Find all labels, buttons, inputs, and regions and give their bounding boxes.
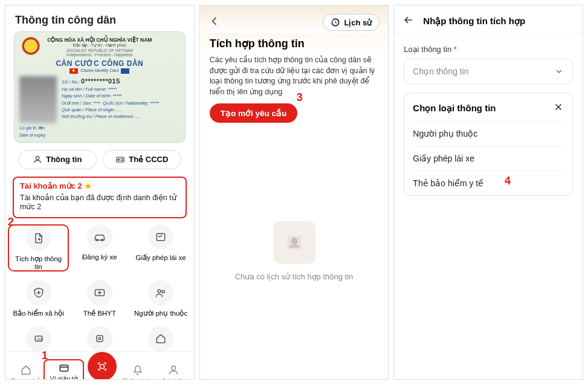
nav-home[interactable]: Trang chủ: [8, 364, 44, 380]
grid-item-extra-2[interactable]: [69, 326, 130, 351]
option-license[interactable]: Giấy phép lái xe: [413, 146, 564, 171]
page-title: Tích hợp thông tin: [200, 33, 389, 55]
page-title: Thông tin công dân: [5, 5, 194, 31]
chevron-down-icon: [554, 67, 564, 76]
info-tab[interactable]: Thông tin: [18, 150, 97, 169]
nav-wallet[interactable]: Ví giấy tờ: [44, 359, 84, 380]
page-description: Các yêu cầu tích hợp thông tin của công …: [200, 55, 389, 103]
users-icon: [148, 280, 173, 305]
id-photo: [19, 76, 57, 123]
svg-rect-5: [157, 233, 164, 241]
grid-item-register-vehicle[interactable]: Đăng ký xe: [69, 224, 130, 272]
nat-row: Quốc tịch / Nationality: *****: [103, 100, 159, 106]
user-icon: [33, 155, 42, 164]
back-button[interactable]: [208, 15, 221, 30]
svg-text:VND: VND: [36, 337, 43, 340]
id-number: 0********015: [81, 77, 120, 85]
history-icon: [331, 18, 340, 27]
page-title: Nhập thông tin tích hợp: [423, 16, 525, 27]
grid-item-extra-3[interactable]: [130, 326, 191, 351]
screen-citizen-info: Thông tin công dân CỘNG HÒA XÃ HỘI CHỦ N…: [5, 5, 195, 380]
expiry-label-en: Date of expiry: [19, 133, 57, 137]
select-placeholder: Chọn thông tin: [413, 67, 468, 76]
grid-item-social-insurance[interactable]: Bảo hiểm xã hội: [8, 280, 69, 317]
grid-item-extra-1[interactable]: VND: [8, 326, 69, 351]
required-mark: *: [454, 45, 457, 54]
res-row: Nơi thường trú / Place of residence: ...…: [62, 114, 141, 119]
option-health-card[interactable]: Thẻ bảo hiểm y tế 4: [413, 171, 564, 195]
vnd-icon: VND: [26, 326, 51, 351]
svg-point-2: [118, 158, 120, 160]
sex-row: Giới tính / Sex: ****: [62, 100, 100, 106]
svg-point-8: [162, 290, 164, 293]
screen-enter-info: Nhập thông tin tích hợp Loại thông tin *…: [393, 5, 583, 380]
card-plus-icon: [87, 280, 112, 305]
close-button[interactable]: [553, 102, 564, 115]
history-button[interactable]: Lịch sử: [323, 14, 380, 31]
svg-rect-11: [97, 336, 103, 342]
car-icon: [87, 224, 112, 250]
options-sheet: Chọn loại thông tin Người phụ thuộc Giấy…: [404, 93, 573, 196]
back-button[interactable]: [402, 14, 415, 28]
scan-icon: [88, 352, 117, 380]
grid-item-health-card[interactable]: Thẻ BHYT: [69, 280, 130, 317]
star-icon: ★: [85, 181, 92, 190]
svg-rect-13: [60, 365, 68, 371]
account-level-box: Tài khoản mức 2 ★ Tài khoản của bạn đã đ…: [13, 177, 187, 218]
shield-plus-icon: [26, 280, 51, 305]
svg-point-7: [158, 290, 161, 293]
nav-center[interactable]: [84, 356, 120, 380]
doc-plus-icon: [26, 226, 51, 251]
svg-point-18: [291, 238, 297, 243]
card-subtitle: Citizen Identity Card: [80, 68, 118, 73]
grid-item-integrate[interactable]: Tích hợp thông tin: [8, 224, 69, 272]
empty-illustration: [273, 221, 315, 264]
grid-item-license[interactable]: Giấy phép lái xe: [130, 224, 191, 272]
svg-point-12: [99, 337, 100, 339]
country-en: SOCIALIST REPUBLIC OF VIETNAM: [19, 48, 180, 53]
sheet-title: Chọn loại thông tin: [413, 103, 496, 114]
field-label: Loại thông tin: [404, 45, 451, 54]
annotation-4: 4: [505, 175, 511, 187]
svg-point-0: [36, 156, 39, 159]
country-name: CỘNG HÒA XÃ HỘI CHỦ NGHĨA VIỆT NAM: [19, 37, 180, 43]
empty-text: Chưa có lịch sử tích hợp thông tin: [235, 272, 354, 281]
close-icon: [553, 102, 564, 112]
origin-row: Quê quán / Place of origin: ....: [62, 107, 121, 112]
dob-row: Ngày sinh / Date of birth: *****: [62, 93, 121, 99]
id-card: CỘNG HÒA XÃ HỘI CHỦ NGHĨA VIỆT NAM Độc l…: [14, 31, 186, 143]
nav-profile[interactable]: Cá nhân: [156, 364, 192, 380]
home-icon: [148, 326, 173, 351]
create-request-button[interactable]: Tạo mới yêu cầu: [210, 103, 298, 123]
svg-rect-14: [100, 364, 105, 368]
motto-en: Independence - Freedom - Happiness: [19, 53, 180, 57]
card-icon: [115, 155, 125, 164]
screen-integration: Lịch sử Tích hợp thông tin Các yêu cầu t…: [199, 5, 389, 380]
svg-point-15: [172, 366, 176, 370]
info-type-select[interactable]: Chọn thông tin: [404, 59, 573, 84]
grid-item-dependents[interactable]: Người phụ thuộc: [130, 280, 191, 317]
motto: Độc lập - Tự do - Hạnh phúc: [19, 43, 180, 48]
name-row: Họ và tên / Full name: *****: [62, 86, 117, 92]
check-list-icon: [148, 224, 173, 250]
expiry-label: Có giá trị đến: [19, 126, 57, 131]
stamp-icon: [87, 326, 112, 351]
flag-icon: [69, 68, 78, 74]
card-title: CĂN CƯỚC CÔNG DÂN: [19, 59, 180, 68]
feature-grid: Tích hợp thông tin Đăng ký xe Giấy phép …: [5, 218, 194, 351]
nav-notifications[interactable]: Thông báo: [120, 364, 155, 380]
bottom-nav: Trang chủ Ví giấy tờ Thông báo Cá nhân: [5, 351, 194, 380]
cccd-tab[interactable]: Thẻ CCCD: [103, 150, 181, 169]
option-dependents[interactable]: Người phụ thuộc: [413, 121, 564, 146]
emblem-icon: [22, 37, 40, 55]
